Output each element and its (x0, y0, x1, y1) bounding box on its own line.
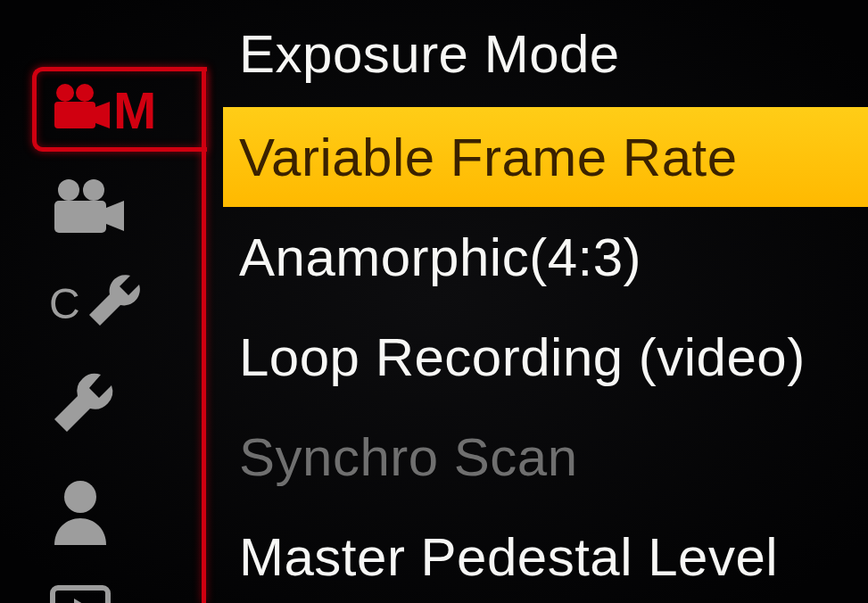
menu-item-loop-recording[interactable]: Loop Recording (video) (223, 307, 868, 407)
menu-item-synchro-scan: Synchro Scan (223, 407, 868, 507)
svg-rect-9 (53, 588, 108, 603)
svg-point-0 (56, 84, 74, 102)
menu-item-anamorphic[interactable]: Anamorphic(4:3) (223, 207, 868, 307)
menu-item-label: Anamorphic(4:3) (239, 227, 641, 288)
svg-marker-3 (95, 102, 110, 128)
sidebar-tab-custom[interactable]: C (49, 263, 183, 343)
playback-icon (49, 584, 112, 603)
svg-point-5 (83, 179, 104, 201)
menu-item-label: Synchro Scan (239, 426, 578, 488)
svg-point-1 (76, 84, 94, 102)
tab-badge: M (113, 80, 156, 140)
svg-marker-7 (106, 201, 124, 231)
camera-menu-screen: M C (0, 0, 868, 603)
menu-item-label: Exposure Mode (239, 23, 620, 85)
sidebar-divider-rail (202, 71, 206, 603)
wrench-icon (84, 270, 146, 336)
svg-point-8 (64, 481, 96, 513)
svg-marker-10 (74, 599, 92, 603)
svg-point-4 (58, 179, 79, 201)
sidebar-tab-my-menu[interactable] (49, 473, 183, 553)
movie-camera-icon (49, 84, 112, 136)
tab-badge: C (49, 279, 80, 328)
menu-item-label: Loop Recording (video) (239, 326, 806, 388)
menu-item-master-pedestal[interactable]: Master Pedestal Level (223, 507, 868, 603)
wrench-icon (49, 369, 119, 442)
menu-item-exposure-mode[interactable]: Exposure Mode (223, 0, 868, 107)
menu-list: Exposure Mode Variable Frame Rate Anamor… (223, 0, 868, 603)
sidebar-tab-movie-manual[interactable]: M (49, 70, 183, 150)
sidebar-tab-movie[interactable] (49, 169, 183, 250)
sidebar-tab-setup[interactable] (49, 366, 183, 446)
svg-rect-6 (54, 201, 106, 233)
sidebar-tab-playback[interactable] (49, 571, 183, 603)
sidebar-tabs: M C (0, 0, 205, 603)
menu-item-label: Master Pedestal Level (239, 526, 778, 588)
menu-item-variable-frame-rate[interactable]: Variable Frame Rate (223, 107, 868, 207)
person-icon (49, 477, 112, 549)
svg-rect-2 (54, 102, 95, 128)
menu-item-label: Variable Frame Rate (239, 127, 738, 188)
movie-camera-icon (49, 179, 126, 240)
